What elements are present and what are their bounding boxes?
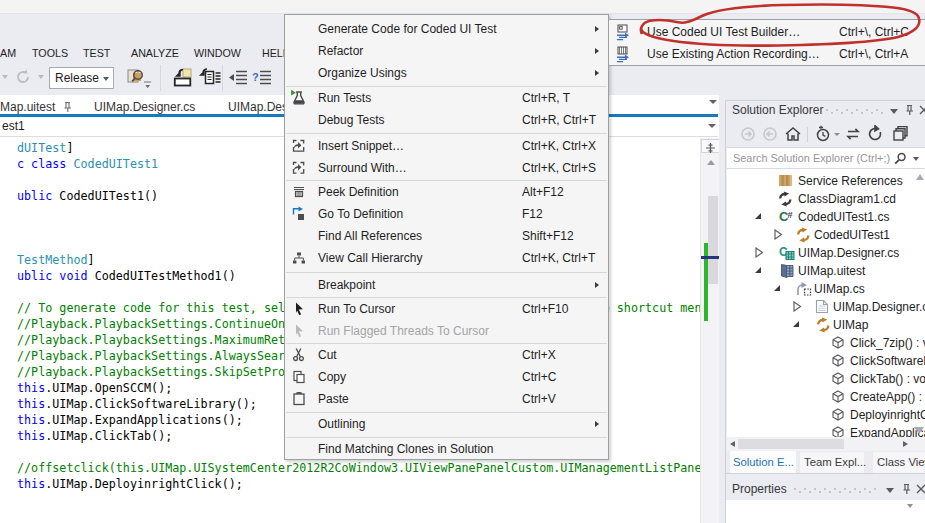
svg-text:#: # — [788, 210, 793, 220]
svg-text:?: ? — [252, 71, 259, 83]
